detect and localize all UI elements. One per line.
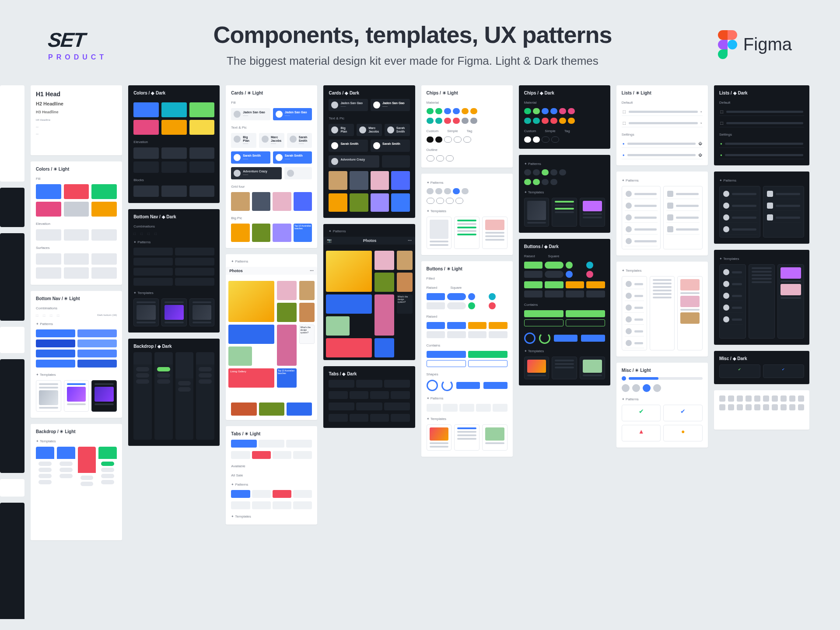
tab[interactable]	[329, 391, 347, 399]
button[interactable]	[468, 351, 508, 358]
tab[interactable]	[273, 501, 291, 509]
chip[interactable]	[435, 188, 442, 194]
backdrop-card[interactable]	[78, 447, 96, 534]
list-item[interactable]: ⬚	[719, 119, 804, 127]
button[interactable]	[524, 310, 564, 317]
tab[interactable]	[293, 451, 312, 459]
template-card[interactable]	[427, 217, 452, 249]
button[interactable]	[427, 331, 445, 338]
bottom-nav[interactable]	[133, 278, 173, 286]
chip[interactable]	[446, 198, 454, 204]
card[interactable]: Sarah Smith——	[231, 151, 270, 164]
list-card[interactable]	[663, 186, 703, 249]
chip[interactable]	[462, 118, 469, 124]
template-card[interactable]	[552, 198, 577, 227]
template-card[interactable]	[580, 357, 605, 379]
button[interactable]	[468, 360, 508, 367]
tab[interactable]	[384, 402, 410, 410]
chip[interactable]	[533, 169, 540, 175]
chip[interactable]	[568, 118, 575, 124]
bottom-nav[interactable]	[133, 248, 173, 256]
tab[interactable]	[286, 440, 312, 448]
contacts-card[interactable]	[622, 276, 647, 350]
button[interactable]	[427, 302, 445, 309]
photo-tile[interactable]	[277, 303, 297, 322]
bottom-nav[interactable]	[133, 268, 173, 276]
chip[interactable]	[550, 108, 557, 114]
thumb[interactable]	[252, 192, 271, 211]
template-card[interactable]	[524, 198, 550, 227]
thumb[interactable]	[371, 171, 389, 190]
backdrop-card[interactable]	[57, 447, 75, 534]
chip[interactable]	[542, 118, 549, 124]
button[interactable]	[545, 281, 564, 288]
card[interactable]	[382, 155, 410, 168]
dialog-card[interactable]: ✔	[663, 405, 703, 421]
backdrop-card[interactable]	[196, 352, 214, 440]
chip[interactable]	[542, 136, 550, 143]
tab[interactable]	[231, 490, 250, 498]
photo-tile[interactable]	[277, 325, 297, 366]
photo-tile[interactable]	[299, 281, 315, 300]
chip[interactable]	[568, 108, 575, 114]
chip[interactable]	[444, 136, 452, 143]
chip[interactable]	[435, 136, 442, 143]
chip[interactable]	[446, 155, 454, 161]
tab[interactable]	[329, 380, 354, 388]
button[interactable]	[524, 262, 543, 269]
card[interactable]: Sarah Smith	[329, 140, 368, 152]
list-item[interactable]: ⬚›	[622, 119, 703, 127]
thumb[interactable]	[252, 224, 271, 242]
thumb[interactable]	[391, 193, 410, 212]
photo-tile[interactable]: Living Gallery	[228, 368, 274, 388]
photo-tile[interactable]	[228, 325, 274, 344]
chip[interactable]	[455, 198, 463, 204]
bottom-nav[interactable]	[77, 329, 117, 337]
thumb[interactable]	[273, 224, 291, 242]
fab-button[interactable]	[489, 302, 496, 309]
photo-tile[interactable]	[228, 346, 252, 366]
chip[interactable]	[559, 108, 566, 114]
chip[interactable]	[533, 108, 540, 114]
button[interactable]	[427, 351, 466, 358]
settings-card[interactable]	[650, 276, 675, 350]
thumb[interactable]	[273, 192, 291, 211]
chip[interactable]	[427, 136, 434, 143]
dialog-card[interactable]: ✔	[622, 405, 661, 421]
thumb[interactable]	[350, 193, 368, 212]
button[interactable]	[566, 281, 584, 288]
tab[interactable]	[252, 451, 271, 459]
chip[interactable]	[427, 155, 434, 161]
fab-button[interactable]	[586, 271, 593, 278]
bottom-nav[interactable]	[175, 248, 214, 256]
tab[interactable]	[384, 380, 410, 388]
card[interactable]: Sarah Smith	[371, 140, 410, 152]
chip[interactable]	[453, 118, 460, 124]
chip[interactable]	[551, 136, 559, 143]
tab[interactable]	[252, 490, 271, 498]
photo-tile[interactable]: What's the design system?	[299, 325, 315, 344]
tab[interactable]	[370, 391, 389, 399]
thumb[interactable]	[231, 224, 250, 242]
button[interactable]	[524, 319, 564, 326]
backdrop-card[interactable]	[175, 352, 194, 440]
tab[interactable]	[356, 380, 382, 388]
button[interactable]	[468, 322, 487, 329]
contacts-card[interactable]	[719, 264, 746, 339]
thumb[interactable]: Top 10 Australian beaches	[294, 224, 312, 242]
template-card[interactable]	[64, 380, 89, 412]
dialog-card[interactable]: ●	[663, 425, 703, 441]
chip[interactable]	[427, 188, 434, 194]
dialog-card[interactable]: ▲	[622, 425, 661, 441]
chip[interactable]	[524, 169, 531, 175]
card[interactable]: Adventure Crazy	[329, 155, 379, 168]
card[interactable]: Jaden San Gao——	[273, 108, 312, 120]
seg[interactable]	[493, 404, 508, 412]
chip[interactable]	[427, 108, 434, 114]
card[interactable]: Jaden San Gao——	[231, 108, 270, 120]
chip[interactable]	[462, 108, 469, 114]
tab[interactable]	[259, 440, 284, 448]
backdrop-card[interactable]	[154, 352, 173, 440]
list-card[interactable]	[763, 186, 804, 238]
collection-tile[interactable]	[259, 402, 284, 416]
